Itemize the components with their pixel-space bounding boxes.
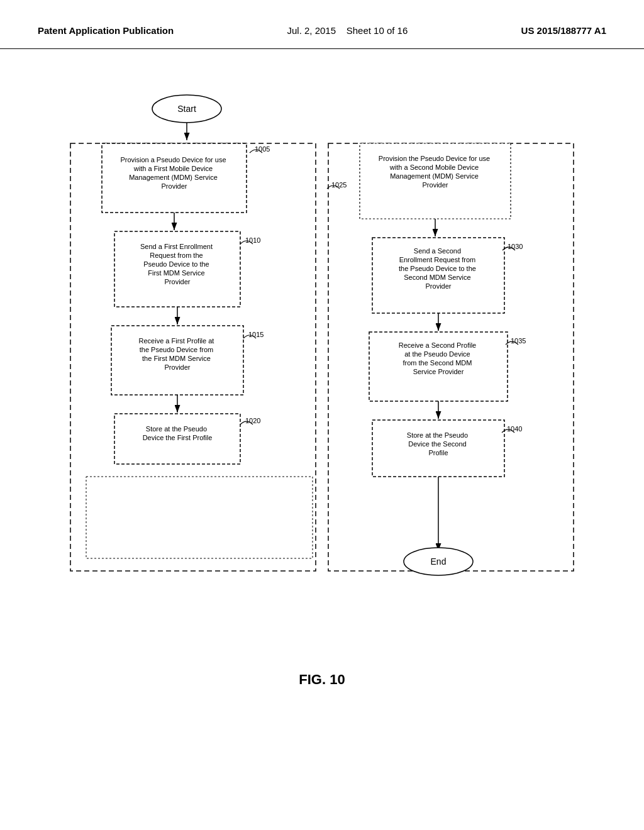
header-publication-title: Patent Application Publication (38, 25, 174, 36)
header-patent-number: US 2015/188777 A1 (521, 25, 606, 36)
figure-label: FIG. 10 (299, 672, 345, 688)
page-header: Patent Application Publication Jul. 2, 2… (0, 0, 644, 49)
header-sheet: Sheet 10 of 16 (347, 25, 408, 36)
label-1005: 1005 (255, 145, 270, 153)
svg-rect-21 (86, 477, 313, 558)
label-1035: 1035 (511, 337, 526, 345)
flowchart-svg: Start Provision a Pseudo Device for use … (52, 87, 592, 653)
label-1025: 1025 (331, 181, 347, 189)
header-date-sheet: Jul. 2, 2015 Sheet 10 of 16 (287, 25, 408, 36)
label-1040: 1040 (507, 425, 522, 433)
label-1015: 1015 (248, 331, 264, 338)
label-1030: 1030 (508, 243, 523, 250)
label-1020: 1020 (245, 417, 260, 424)
diagram-area: Start Provision a Pseudo Device for use … (0, 49, 644, 713)
svg-rect-18 (372, 420, 504, 477)
end-label: End (431, 556, 447, 567)
header-date: Jul. 2, 2015 (287, 25, 336, 36)
start-label: Start (177, 104, 196, 114)
label-1010: 1010 (245, 236, 260, 244)
